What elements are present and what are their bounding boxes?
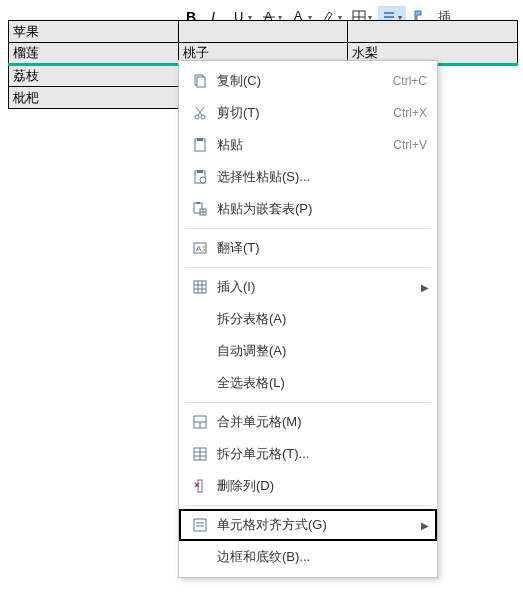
table-row[interactable]: 苹果 <box>9 21 518 43</box>
menu-item[interactable]: A文翻译(T) <box>179 232 437 264</box>
svg-point-16 <box>195 115 199 119</box>
menu-item-label: 粘贴为嵌套表(P) <box>211 200 427 218</box>
svg-rect-21 <box>197 138 203 141</box>
menu-item-label: 删除列(D) <box>211 477 427 495</box>
menu-item-label: 拆分表格(A) <box>211 310 427 328</box>
menu-item[interactable]: 插入(I)▶ <box>179 271 437 303</box>
menu-item[interactable]: 拆分表格(A) <box>179 303 437 335</box>
svg-text:文: 文 <box>201 245 208 252</box>
paste-special-icon <box>189 169 211 185</box>
context-menu: 复制(C)Ctrl+C剪切(T)Ctrl+X粘贴Ctrl+V选择性粘贴(S)..… <box>178 60 438 578</box>
menu-item[interactable]: 选择性粘贴(S)... <box>179 161 437 193</box>
svg-point-17 <box>201 115 205 119</box>
menu-item[interactable]: 合并单元格(M) <box>179 406 437 438</box>
svg-point-24 <box>200 177 206 183</box>
menu-item-label: 自动调整(A) <box>211 342 427 360</box>
menu-item[interactable]: 删除列(D) <box>179 470 437 502</box>
delete-col-icon <box>189 478 211 494</box>
chevron-right-icon: ▶ <box>421 282 429 293</box>
menu-item[interactable]: 复制(C)Ctrl+C <box>179 65 437 97</box>
paste-nested-icon <box>189 201 211 217</box>
menu-shortcut: Ctrl+V <box>393 138 427 152</box>
menu-separator <box>185 505 431 506</box>
menu-item-label: 全选表格(L) <box>211 374 427 392</box>
menu-item[interactable]: 拆分单元格(T)... <box>179 438 437 470</box>
menu-item[interactable]: 单元格对齐方式(G)▶ <box>179 509 437 541</box>
svg-rect-23 <box>197 170 203 173</box>
svg-rect-48 <box>194 519 206 531</box>
chevron-right-icon: ▶ <box>421 520 429 531</box>
menu-item-label: 粘贴 <box>211 136 393 154</box>
menu-item-label: 拆分单元格(T)... <box>211 445 427 463</box>
menu-item-label: 复制(C) <box>211 72 393 90</box>
menu-item[interactable]: 粘贴Ctrl+V <box>179 129 437 161</box>
svg-rect-26 <box>196 202 200 204</box>
svg-rect-33 <box>194 281 206 293</box>
menu-shortcut: Ctrl+X <box>393 106 427 120</box>
copy-icon <box>189 73 211 89</box>
svg-rect-15 <box>197 77 205 87</box>
align-icon <box>189 517 211 533</box>
menu-separator <box>185 402 431 403</box>
menu-separator <box>185 267 431 268</box>
translate-icon: A文 <box>189 240 211 256</box>
paste-icon <box>189 137 211 153</box>
split-icon <box>189 446 211 462</box>
insert-icon <box>189 279 211 295</box>
menu-item-label: 选择性粘贴(S)... <box>211 168 427 186</box>
menu-shortcut: Ctrl+C <box>393 74 427 88</box>
merge-icon <box>189 414 211 430</box>
menu-item[interactable]: 边框和底纹(B)... <box>179 541 437 573</box>
menu-separator <box>185 228 431 229</box>
menu-item[interactable]: 自动调整(A) <box>179 335 437 367</box>
menu-item-label: 剪切(T) <box>211 104 393 122</box>
menu-item-label: 翻译(T) <box>211 239 427 257</box>
menu-item-label: 单元格对齐方式(G) <box>211 516 427 534</box>
menu-item-label: 插入(I) <box>211 278 427 296</box>
menu-item[interactable]: 粘贴为嵌套表(P) <box>179 193 437 225</box>
cut-icon <box>189 105 211 121</box>
menu-item[interactable]: 全选表格(L) <box>179 367 437 399</box>
menu-item-label: 合并单元格(M) <box>211 413 427 431</box>
menu-item-label: 边框和底纹(B)... <box>211 548 427 566</box>
menu-item[interactable]: 剪切(T)Ctrl+X <box>179 97 437 129</box>
